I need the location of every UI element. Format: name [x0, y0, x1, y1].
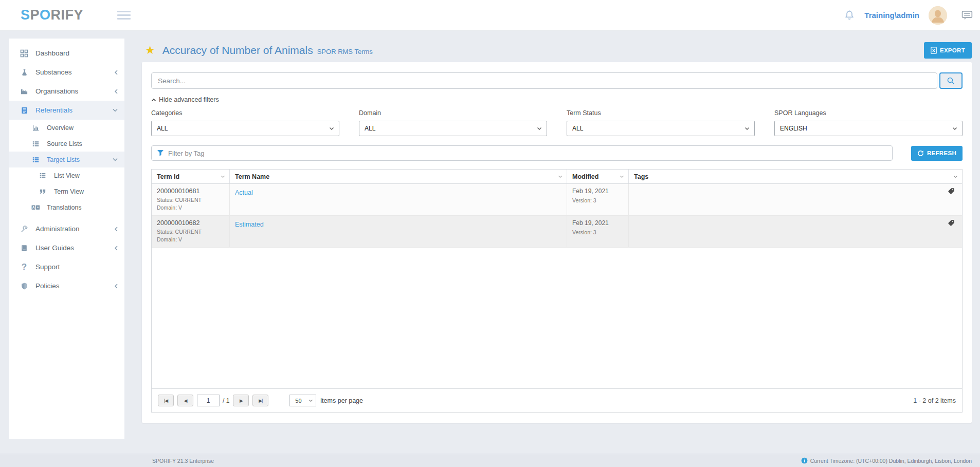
sidebar-item-substances[interactable]: Substances: [9, 63, 124, 82]
column-header-modified[interactable]: Modified: [567, 170, 629, 183]
last-page-button[interactable]: ▶|: [252, 395, 268, 406]
term-id-cell: 200000010682 Status: CURRENT Domain: V: [152, 216, 230, 247]
term-name-cell: Actual: [230, 184, 567, 215]
user-menu[interactable]: Training\admin: [864, 11, 919, 20]
column-menu-chevron-icon[interactable]: [221, 175, 225, 178]
spor-languages-select[interactable]: ENGLISH: [774, 121, 963, 136]
page-title-bar: ★ Accuracy of Number of Animals SPOR RMS…: [142, 39, 972, 62]
column-menu-chevron-icon[interactable]: [953, 175, 958, 178]
tag-icon[interactable]: [948, 188, 955, 212]
sidebar-item-support[interactable]: ? Support: [9, 257, 124, 276]
sidebar-item-source-lists[interactable]: Source Lists: [9, 136, 124, 152]
translations-icon: A*: [30, 204, 41, 211]
column-header-tags[interactable]: Tags: [629, 170, 962, 183]
sidebar-item-label: Support: [35, 263, 118, 271]
bar-chart-icon: [30, 124, 41, 132]
app-logo[interactable]: SPORIFY: [21, 7, 83, 23]
avatar[interactable]: [929, 6, 947, 25]
sidebar-item-label: Dashboard: [35, 49, 118, 57]
sidebar-item-administration[interactable]: Administration: [9, 219, 124, 238]
chevron-left-icon: [114, 69, 118, 76]
previous-page-button[interactable]: ◀: [177, 395, 193, 406]
chevron-left-icon: [114, 88, 118, 95]
first-page-button[interactable]: |◀: [158, 395, 174, 406]
page-title: Accuracy of Number of Animals: [162, 44, 313, 57]
filter-funnel-icon: [157, 150, 164, 157]
chevron-left-icon: [114, 245, 118, 251]
column-menu-chevron-icon[interactable]: [620, 175, 624, 178]
search-button[interactable]: [939, 72, 963, 89]
factory-icon: [19, 87, 29, 95]
search-input[interactable]: [151, 72, 937, 89]
sidebar-item-term-view[interactable]: Term View: [9, 183, 124, 199]
table-row[interactable]: 200000010682 Status: CURRENT Domain: V E…: [152, 216, 962, 248]
chevron-down-icon: [112, 157, 118, 162]
top-header: SPORIFY Training\admin: [0, 0, 980, 31]
tag-filter-input[interactable]: [168, 150, 887, 157]
sidebar-item-overview[interactable]: Overview: [9, 120, 124, 136]
tags-cell: [629, 184, 962, 215]
hide-advanced-filters-toggle[interactable]: Hide advanced filters: [151, 96, 963, 103]
question-mark-icon: ?: [19, 262, 29, 272]
sidebar-item-dashboard[interactable]: Dashboard: [9, 44, 124, 63]
chevron-left-icon: [114, 226, 118, 232]
app-version-label: SPORIFY 21.3 Enterprise: [152, 458, 214, 464]
tags-cell: [629, 216, 962, 247]
filter-label: Categories: [151, 109, 339, 117]
notification-bell-icon[interactable]: [844, 9, 855, 22]
list-icon: [30, 156, 41, 163]
items-summary: 1 - 2 of 2 items: [913, 397, 956, 404]
table-row[interactable]: 200000010681 Status: CURRENT Domain: V A…: [152, 184, 962, 216]
filter-spor-languages: SPOR Languages ENGLISH: [774, 109, 963, 136]
sidebar-item-label: Translations: [47, 204, 118, 211]
sidebar-item-translations[interactable]: A* Translations: [9, 199, 124, 215]
refresh-icon: [917, 150, 924, 157]
sidebar-item-policies[interactable]: Policies: [9, 276, 124, 295]
shield-icon: [19, 282, 29, 290]
table-header-row: Term Id Term Name Modified Tags: [152, 170, 962, 184]
filter-term-status: Term Status ALL: [567, 109, 755, 136]
next-page-button[interactable]: ▶: [233, 395, 249, 406]
sidebar-item-organisations[interactable]: Organisations: [9, 82, 124, 101]
column-menu-chevron-icon[interactable]: [558, 175, 562, 178]
hamburger-menu-icon[interactable]: [117, 11, 131, 20]
sidebar-item-label: List View: [54, 172, 118, 179]
categories-select[interactable]: ALL: [151, 121, 339, 136]
referentials-journal-icon: [19, 106, 29, 115]
sidebar-item-label: Organisations: [35, 87, 114, 95]
export-button[interactable]: EXPORT: [924, 42, 972, 59]
favorite-star-icon[interactable]: ★: [145, 45, 155, 56]
items-per-page-select[interactable]: 50: [289, 395, 316, 406]
search-icon: [947, 77, 955, 85]
sidebar-item-list-view[interactable]: List View: [9, 167, 124, 183]
caret-up-icon: [151, 98, 156, 102]
refresh-button[interactable]: REFRESH: [911, 146, 963, 161]
tag-icon[interactable]: [948, 219, 955, 244]
column-header-term-id[interactable]: Term Id: [152, 170, 230, 183]
chevron-down-icon: [112, 108, 118, 113]
filter-categories: Categories ALL: [151, 109, 339, 136]
dashboard-grid-icon: [19, 49, 29, 58]
page-number-input[interactable]: [197, 395, 220, 406]
chevron-left-icon: [114, 283, 118, 289]
sidebar-item-label: Administration: [35, 225, 114, 233]
domain-select[interactable]: ALL: [359, 121, 547, 136]
main-content: ★ Accuracy of Number of Animals SPOR RMS…: [124, 31, 980, 454]
sidebar-item-user-guides[interactable]: User Guides: [9, 238, 124, 257]
term-id-cell: 200000010681 Status: CURRENT Domain: V: [152, 184, 230, 215]
tag-filter-field: [151, 145, 893, 161]
filter-domain: Domain ALL: [359, 109, 547, 136]
term-status-select[interactable]: ALL: [567, 121, 755, 136]
sidebar-nav: Dashboard Substances Organisations Refer…: [9, 39, 124, 439]
sidebar-item-label: Target Lists: [47, 156, 112, 163]
sidebar-item-label: Term View: [54, 188, 118, 195]
term-link[interactable]: Estimated: [235, 221, 264, 228]
feedback-chat-icon[interactable]: [961, 10, 973, 21]
sidebar-item-target-lists[interactable]: Target Lists: [9, 152, 124, 167]
sidebar-item-label: Referentials: [35, 106, 112, 114]
column-header-term-name[interactable]: Term Name: [230, 170, 567, 183]
sidebar-item-label: Source Lists: [47, 140, 118, 147]
sidebar-item-referentials[interactable]: Referentials: [9, 101, 124, 120]
term-link[interactable]: Actual: [235, 189, 253, 196]
wrench-icon: [19, 225, 29, 233]
